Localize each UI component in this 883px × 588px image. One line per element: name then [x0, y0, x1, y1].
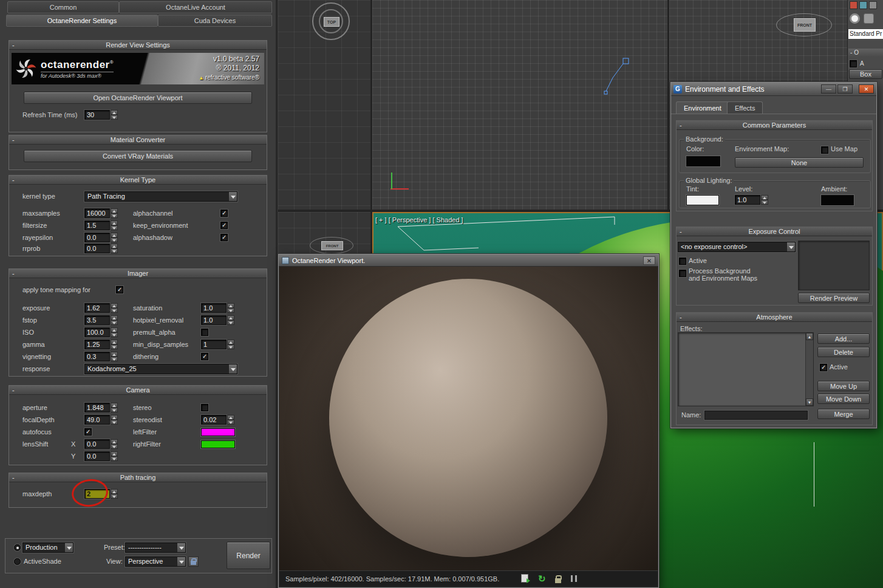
production-dropdown[interactable]: Production	[22, 542, 73, 553]
activeshade-radio[interactable]	[14, 558, 21, 565]
rightfilter-color-swatch[interactable]	[201, 440, 235, 448]
atmosphere-active-checkbox[interactable]	[820, 364, 827, 371]
hotpixel-removal-field[interactable]: 1.0	[201, 315, 234, 325]
rollout-header[interactable]: -Render View Settings	[9, 41, 267, 50]
viewport-splitter-vertical-2[interactable]	[667, 0, 669, 210]
use-map-checkbox[interactable]	[821, 146, 828, 154]
maximize-icon[interactable]: ❐	[837, 84, 853, 94]
refresh-icon[interactable]: ↻	[538, 574, 549, 584]
maxdepth-field[interactable]: 2	[84, 489, 118, 499]
viewport-label[interactable]: [ + ] [ Perspective ] [ Shaded ]	[375, 216, 463, 224]
tab-common[interactable]: Common	[7, 1, 119, 13]
box-button[interactable]: Box	[849, 69, 882, 79]
fstop-field[interactable]: 3.5	[84, 315, 118, 325]
tab-effects[interactable]: Effects	[727, 101, 763, 114]
dropdown-arrow-icon[interactable]	[786, 242, 795, 251]
rollout-header[interactable]: -Atmosphere	[677, 313, 872, 322]
render-preview-button[interactable]: Render Preview	[798, 293, 870, 303]
exposure-field[interactable]: 1.62	[84, 303, 118, 313]
refresh-time-field[interactable]: 30	[84, 110, 118, 120]
tone-mapping-checkbox[interactable]	[116, 286, 123, 293]
spinner[interactable]	[111, 415, 118, 425]
background-color-swatch[interactable]	[686, 156, 720, 166]
keep-environment-checkbox[interactable]	[220, 222, 228, 229]
spinner[interactable]	[111, 233, 118, 242]
spinner[interactable]	[111, 208, 118, 218]
spinner[interactable]	[111, 220, 118, 230]
tab-cuda-devices[interactable]: Cuda Devices	[158, 15, 272, 27]
exposure-active-checkbox[interactable]	[679, 258, 686, 265]
dropdown-arrow-icon[interactable]	[228, 364, 237, 374]
top-view-gizmo[interactable]: TOP	[312, 2, 352, 43]
move-up-button[interactable]: Move Up	[817, 381, 870, 391]
spinner[interactable]	[111, 327, 118, 337]
spinner[interactable]	[227, 415, 234, 425]
premult-alpha-checkbox[interactable]	[201, 329, 208, 336]
object-type-rollout[interactable]: - O	[848, 49, 883, 56]
gizmo-top-face[interactable]: TOP	[324, 17, 339, 27]
tint-color-swatch[interactable]	[686, 195, 719, 205]
dropdown-arrow-icon[interactable]	[177, 557, 185, 566]
front-view-gizmo[interactable]: FRONT	[310, 237, 355, 255]
leftfilter-color-swatch[interactable]	[201, 428, 235, 436]
lock-resolution-icon[interactable]	[554, 574, 565, 584]
exposure-control-dropdown[interactable]: <no exposure control>	[678, 242, 796, 252]
geometry-category-icon[interactable]	[850, 13, 860, 24]
lensshift-y-field[interactable]: 0.0	[84, 451, 118, 461]
spinner-down-icon[interactable]	[111, 115, 118, 120]
gizmo-front-face[interactable]: FRONT	[794, 18, 816, 32]
spinner[interactable]	[227, 315, 234, 325]
saturation-field[interactable]: 1.0	[201, 303, 234, 313]
spinner[interactable]	[227, 303, 234, 313]
app-icon-red[interactable]	[850, 1, 857, 9]
front-view-gizmo-2[interactable]: FRONT	[776, 12, 833, 38]
viewport-lock-button[interactable]	[188, 556, 199, 567]
spinner[interactable]	[111, 340, 118, 349]
rayepsilon-field[interactable]: 0.0	[84, 233, 118, 242]
pause-icon[interactable]	[570, 574, 581, 584]
process-background-checkbox[interactable]	[679, 270, 686, 277]
render-window-titlebar[interactable]: OctaneRender Viewport. ✕	[279, 255, 658, 267]
close-icon[interactable]: ✕	[859, 84, 874, 94]
rollout-header[interactable]: -Camera	[9, 386, 267, 395]
min-disp-samples-field[interactable]: 1	[201, 340, 234, 349]
rollout-header[interactable]: -Common Parameters	[677, 121, 872, 130]
kernel-type-dropdown[interactable]: Path Tracing	[84, 191, 237, 202]
spinner[interactable]	[761, 195, 768, 205]
rollout-header[interactable]: -Imager	[9, 269, 267, 278]
view-dropdown[interactable]: Perspective	[125, 556, 186, 567]
delete-effect-button[interactable]: Delete	[817, 347, 870, 357]
level-field[interactable]: 1.0	[735, 195, 768, 205]
maxsamples-field[interactable]: 16000	[84, 208, 118, 218]
close-icon[interactable]: ✕	[643, 256, 655, 265]
rrprob-field[interactable]: 0.0	[84, 244, 118, 253]
app-icon-gray[interactable]	[869, 1, 877, 9]
alphashadow-checkbox[interactable]	[220, 234, 228, 241]
effects-list-scrollbar[interactable]: ▲ ▼	[805, 333, 813, 406]
spinner[interactable]	[111, 403, 118, 412]
open-octanerender-viewport-button[interactable]: Open OctaneRender Viewport	[24, 92, 252, 104]
dithering-checkbox[interactable]	[201, 353, 208, 360]
spinner-up-icon[interactable]	[111, 110, 118, 115]
spinner[interactable]	[111, 451, 118, 461]
effects-list[interactable]: ▲ ▼	[678, 332, 814, 406]
primitive-category-dropdown[interactable]: Standard Pr	[848, 29, 883, 39]
move-down-button[interactable]: Move Down	[817, 394, 870, 404]
rollout-header[interactable]: -Material Converter	[9, 135, 267, 145]
merge-button[interactable]: Merge	[817, 409, 870, 419]
dropdown-arrow-icon[interactable]	[64, 543, 73, 552]
minimize-icon[interactable]: —	[821, 84, 836, 94]
rollout-header[interactable]: -Kernel Type	[9, 176, 267, 185]
aperture-field[interactable]: 1.848	[84, 403, 118, 412]
response-dropdown[interactable]: Kodachrome_25	[84, 364, 237, 374]
alphachannel-checkbox[interactable]	[220, 210, 228, 217]
add-effect-button[interactable]: Add...	[817, 333, 870, 344]
env-window-titlebar[interactable]: G Environment and Effects — ❐ ✕	[671, 83, 876, 96]
stereodist-field[interactable]: 0.02	[201, 415, 234, 425]
tab-octanelive-account[interactable]: OctaneLive Account	[119, 1, 272, 13]
convert-vray-materials-button[interactable]: Convert VRay Materials	[24, 150, 252, 162]
effect-name-field[interactable]	[704, 411, 808, 420]
autofocus-checkbox[interactable]	[84, 428, 92, 436]
spinner[interactable]	[111, 303, 118, 313]
export-image-icon[interactable]	[521, 574, 528, 583]
